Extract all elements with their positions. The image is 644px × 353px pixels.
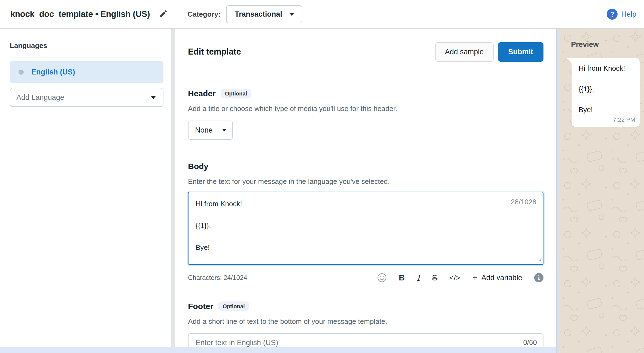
header-media-value: None: [195, 126, 213, 134]
category-label: Category:: [187, 10, 220, 19]
preview-panel: Preview Hi from Knock! {{1}}, Bye! 7:22 …: [560, 29, 644, 353]
italic-button[interactable]: I: [417, 273, 420, 283]
header-media-dropdown[interactable]: None: [188, 121, 233, 140]
footer-char-counter: 0/60: [523, 338, 537, 347]
edit-template-heading: Edit template: [188, 47, 241, 57]
body-char-counter: 28/1028: [511, 198, 536, 206]
help-icon: ?: [607, 9, 618, 20]
add-language-placeholder: Add Language: [16, 93, 64, 102]
body-text-input[interactable]: Hi from Knock! {{1}}, Bye!: [188, 192, 543, 265]
message-timestamp: 7:22 PM: [613, 116, 635, 123]
code-button[interactable]: </>: [449, 274, 461, 282]
add-variable-label: Add variable: [481, 274, 522, 282]
header-section: Header Optional Add a title or choose wh…: [188, 88, 543, 140]
edit-template-header: Edit template Add sample Submit: [188, 42, 543, 62]
header-section-title: Header: [188, 89, 216, 98]
body-editor: Hi from Knock! {{1}}, Bye! 28/1028: [188, 192, 543, 265]
emoji-button[interactable]: [377, 273, 387, 283]
add-variable-button[interactable]: + Add variable: [472, 273, 522, 282]
header-divider: [188, 70, 543, 70]
help-link[interactable]: ? Help: [607, 9, 636, 20]
sidebar-main-divider: [171, 29, 175, 353]
footer-section-description: Add a short line of text to the bottom o…: [188, 317, 543, 326]
message-text: Hi from Knock! {{1}}, Bye!: [579, 63, 633, 115]
submit-button[interactable]: Submit: [498, 42, 544, 62]
language-label: English (US): [31, 68, 75, 76]
header-section-description: Add a title or choose which type of medi…: [188, 104, 543, 113]
body-section: Body Enter the text for your message in …: [188, 160, 543, 285]
add-language-dropdown[interactable]: Add Language: [10, 88, 163, 107]
header-actions: Add sample Submit: [435, 42, 543, 62]
add-sample-button[interactable]: Add sample: [435, 42, 494, 62]
bold-button[interactable]: B: [399, 273, 405, 282]
chevron-down-icon: [289, 13, 294, 16]
preview-heading: Preview: [571, 40, 644, 49]
body-section-title: Body: [188, 162, 208, 171]
resize-handle-icon[interactable]: [537, 257, 542, 262]
footer-section-title: Footer: [188, 302, 213, 311]
category-value: Transactional: [235, 10, 282, 19]
edit-title-button[interactable]: [157, 8, 169, 20]
languages-heading: Languages: [10, 41, 163, 50]
sidebar-divider: [10, 58, 163, 58]
main-preview-divider: [556, 29, 560, 353]
optional-badge: Optional: [221, 89, 251, 98]
languages-sidebar: Languages English (US) Add Language: [0, 29, 171, 353]
message-bubble: Hi from Knock! {{1}}, Bye! 7:22 PM: [572, 58, 640, 127]
pencil-icon: [159, 9, 168, 19]
bubble-tail-icon: [567, 58, 572, 65]
bottom-banner-edge: [0, 347, 556, 353]
chevron-down-icon: [222, 129, 226, 131]
characters-count: Characters: 24/1024: [188, 274, 247, 282]
category-dropdown[interactable]: Transactional: [226, 5, 302, 23]
body-section-description: Enter the text for your message in the l…: [188, 177, 543, 186]
top-bar: knock_doc_template • English (US) Catego…: [0, 0, 644, 29]
strikethrough-button[interactable]: S: [432, 273, 438, 282]
formatting-toolbar: B I S </> + Add variable i: [377, 273, 543, 283]
chevron-down-icon: [151, 96, 156, 99]
footer-section: Footer Optional Add a short line of text…: [188, 300, 543, 352]
page-title: knock_doc_template • English (US): [10, 9, 150, 19]
body-toolbar-row: Characters: 24/1024 B I S </>: [188, 271, 543, 285]
plus-icon: +: [472, 273, 478, 282]
template-editor-app: knock_doc_template • English (US) Catego…: [0, 0, 644, 353]
sidebar-item-english-us[interactable]: English (US): [10, 61, 163, 83]
optional-badge: Optional: [218, 301, 249, 311]
language-status-dot-icon: [19, 70, 24, 75]
edit-template-panel: Edit template Add sample Submit Header O…: [175, 29, 556, 353]
help-label: Help: [621, 10, 636, 19]
info-icon[interactable]: i: [534, 273, 543, 282]
